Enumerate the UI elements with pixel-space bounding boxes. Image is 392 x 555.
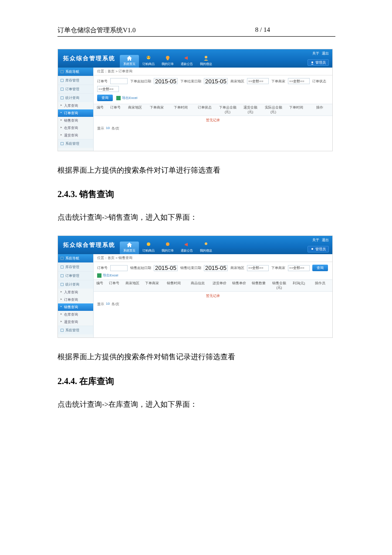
sidebar-item-inbound[interactable]: 入库查询 [58, 102, 93, 109]
sidebar-item-sales-query[interactable]: 销售查询 [58, 303, 93, 311]
link-about[interactable]: 关于 [312, 51, 319, 56]
orders-icon [164, 242, 171, 248]
screenshot-sales-query: 拓众综合管理系统 系统首页 订购商品 我的订单 退款公告 我的信息 [57, 235, 333, 338]
no-data-text: 暂无记录 [94, 116, 332, 124]
app-logo: 拓众综合管理系统 [58, 54, 120, 62]
square-icon [61, 79, 64, 82]
admin-badge[interactable]: 管理员 [308, 246, 329, 252]
square-icon [61, 88, 64, 91]
export-link[interactable]: 导出Excel [116, 95, 138, 100]
nav-home[interactable]: 系统首页 [120, 242, 139, 254]
megaphone-icon [183, 55, 190, 61]
query-button[interactable]: 查询 [97, 95, 113, 101]
link-about[interactable]: 关于 [312, 238, 319, 242]
svg-rect-4 [167, 59, 169, 60]
page-size[interactable]: 10 [106, 126, 110, 131]
sidebar: 系统导航 库存管理 订单管理 统计查询 入库查询 订单查询 销售查询 在库查询 … [58, 254, 94, 337]
label-orderno: 订单号 [97, 266, 108, 270]
sidebar-item-sales-query[interactable]: 销售查询 [58, 117, 93, 124]
nav-profile[interactable]: 我的信息 [196, 55, 216, 68]
svg-point-2 [149, 57, 150, 58]
table-header: 编号 订单号 商家地区 下单商家 销售时间 商品信息 进货单价 销售单价 销售数… [94, 279, 332, 292]
export-link[interactable]: 导出Excel [97, 273, 118, 278]
input-start-date[interactable] [154, 265, 178, 271]
select-area[interactable]: ==全部== [247, 265, 269, 271]
no-data-text: 暂无记录 [94, 292, 332, 300]
nav-home-label: 系统首页 [123, 249, 135, 252]
sidebar-item-stock-query[interactable]: 在库查询 [58, 124, 93, 132]
nav-orders[interactable]: 我的订单 [158, 55, 177, 68]
top-nav: 拓众综合管理系统 系统首页 订购商品 我的订单 退款公告 [58, 49, 332, 68]
table-header: 编号 订单号 商家地区 下单商家 下单时间 订单状态 下单总金额(元) 退货金额… [94, 104, 332, 116]
pager: 显示 10 条/页 [94, 300, 332, 308]
input-end-date[interactable] [204, 78, 228, 84]
square-icon [61, 70, 64, 73]
sidebar-group-stats[interactable]: 统计查询 [58, 280, 93, 289]
nav-home[interactable]: 系统首页 [120, 55, 139, 68]
input-start-date[interactable] [154, 78, 178, 84]
sidebar-group-system[interactable]: 系统管理 [58, 326, 93, 334]
sidebar-group-system[interactable]: 系统管理 [58, 140, 93, 148]
sidebar: 系统导航 库存管理 订单管理 统计查询 入库查询 订单查询 销售查询 在库查询 … [58, 68, 94, 151]
nav-orders[interactable]: 我的订单 [158, 242, 177, 254]
sidebar-item-return-query[interactable]: 退货查询 [58, 318, 93, 326]
sidebar-group-inventory[interactable]: 库存管理 [58, 263, 93, 271]
nav-announce[interactable]: 退款公告 [177, 55, 196, 68]
link-logout[interactable]: 退出 [322, 51, 329, 56]
sidebar-item-return-query[interactable]: 退货查询 [58, 132, 93, 139]
select-buyer[interactable]: ==全部== [288, 78, 310, 84]
nav-orders-label: 我的订单 [162, 62, 174, 65]
user-icon [203, 55, 210, 61]
select-area[interactable]: ==全部== [247, 78, 269, 84]
nav-profile[interactable]: 我的信息 [196, 242, 216, 254]
orders-icon [164, 55, 171, 61]
svg-rect-12 [97, 273, 101, 278]
input-orderno[interactable] [110, 78, 128, 84]
square-icon [61, 274, 64, 277]
input-end-date[interactable] [204, 265, 228, 271]
sidebar-group-orders[interactable]: 订单管理 [58, 85, 93, 93]
nav-purchase[interactable]: 订购商品 [139, 55, 158, 68]
page-size[interactable]: 10 [106, 302, 110, 306]
nav-purchase-label: 订购商品 [142, 62, 155, 65]
pager: 显示 10 条/页 [94, 124, 332, 133]
query-button[interactable]: 查询 [312, 265, 328, 271]
svg-point-11 [311, 248, 313, 250]
nav-profile-label: 我的信息 [200, 249, 212, 252]
paragraph: 根据界面上方提供的搜索条件对销售记录进行筛选查看 [57, 351, 335, 363]
paragraph: 根据界面上方提供的搜索条件对订单进行筛选查看 [57, 164, 335, 176]
square-icon [61, 96, 64, 99]
nav-announce[interactable]: 退款公告 [177, 242, 196, 254]
select-status[interactable]: ==全部== [97, 86, 119, 92]
sidebar-group-inventory[interactable]: 库存管理 [58, 76, 93, 85]
sidebar-item-order-query[interactable]: 订单查询 [58, 296, 93, 303]
breadcrumb: 位置：首页 > 订单查询 [94, 68, 332, 75]
sidebar-item-stock-query[interactable]: 在库查询 [58, 311, 93, 318]
section-heading-243: 2.4.3. 销售查询 [57, 188, 335, 200]
nav-orders-label: 我的订单 [162, 249, 174, 252]
sidebar-item-inbound[interactable]: 入库查询 [58, 289, 93, 296]
megaphone-icon [183, 242, 190, 248]
filter-bar: 订单号 下单起始日期 下单结束日期 商家地区 ==全部== 下单商家 ==全部=… [94, 75, 332, 94]
label-start: 销售起始日期 [130, 266, 151, 270]
input-orderno[interactable] [110, 265, 128, 271]
select-buyer[interactable]: ==全部== [288, 265, 310, 271]
svg-point-8 [147, 242, 150, 246]
home-icon [126, 55, 133, 61]
doc-title: 订单仓储综合管理系统V1.0 [57, 26, 136, 34]
user-icon [203, 242, 210, 248]
svg-point-6 [311, 61, 313, 63]
nav-purchase[interactable]: 订购商品 [139, 242, 158, 254]
sidebar-item-order-query[interactable]: 订单查询 [58, 109, 93, 117]
admin-badge[interactable]: 管理员 [308, 59, 329, 66]
page-number: 8 / 14 [255, 26, 335, 34]
link-logout[interactable]: 退出 [322, 238, 329, 242]
sidebar-group-stats[interactable]: 统计查询 [58, 94, 93, 102]
square-icon [61, 257, 64, 260]
app-logo: 拓众综合管理系统 [58, 241, 120, 249]
sidebar-group-orders[interactable]: 订单管理 [58, 272, 93, 280]
admin-label: 管理员 [315, 60, 326, 65]
section-heading-244: 2.4.4. 在库查询 [57, 375, 335, 387]
nav-purchase-label: 订购商品 [142, 249, 155, 252]
svg-point-10 [205, 242, 207, 245]
